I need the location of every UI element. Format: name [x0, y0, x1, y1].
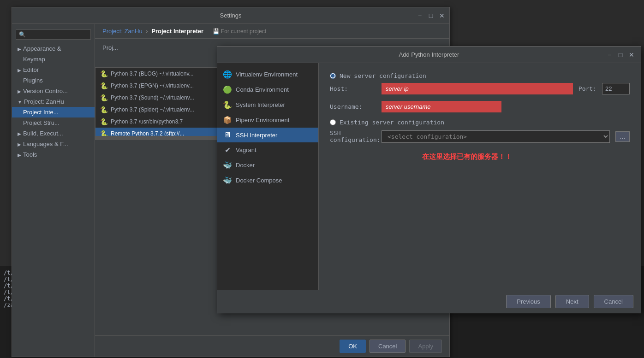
radio-new-server[interactable] [330, 73, 336, 79]
menu-item-label: Docker [236, 162, 255, 169]
sidebar-item-languages[interactable]: ▶Languages & F... [12, 139, 95, 149]
ssh-icon: 🖥 [223, 131, 232, 139]
dialog-minimize-button[interactable]: − [606, 51, 613, 59]
dialog-maximize-button[interactable]: □ [617, 51, 624, 59]
sidebar-item-project-interpreter[interactable]: Project Inte... [12, 107, 95, 117]
python-icon: 🐍 [100, 82, 108, 89]
ssh-config-label: SSH configuration: [330, 129, 376, 143]
sidebar-item-vcs[interactable]: ▶Version Contro... [12, 86, 95, 96]
radio-new-label: New server configuration [340, 72, 426, 79]
add-interpreter-dialog: Add Python Interpreter − □ ✕ 🌐 Virtualen… [217, 46, 641, 313]
menu-item-pipenv[interactable]: 📦 Pipenv Environment [217, 112, 318, 128]
radio-new-server-row: New server configuration [330, 72, 630, 79]
python-icon: 🐍 [100, 118, 108, 125]
host-row: Host: Port: [330, 83, 630, 94]
interpreter-dropdown[interactable]: 🐍 Python 3.7 (BLOG) ~/.virtualenv... 🐍 P… [95, 67, 229, 140]
annotation-text: 在这里选择已有的服务器！！ [422, 153, 630, 161]
sidebar-item-build[interactable]: ▶Build, Execut... [12, 128, 95, 139]
conda-icon: 🟢 [223, 85, 232, 94]
sidebar-item-keymap[interactable]: Keymap [12, 54, 95, 65]
settings-titlebar: Settings − □ ✕ [12, 7, 449, 24]
menu-item-docker-compose[interactable]: 🐳 Docker Compose [217, 173, 318, 188]
expand-icon: ▶ [18, 142, 21, 147]
ssh-browse-button[interactable]: … [615, 131, 630, 142]
menu-item-conda[interactable]: 🟢 Conda Environment [217, 82, 318, 97]
horizontal-scrollbar[interactable] [95, 136, 228, 140]
docker-compose-icon: 🐳 [223, 176, 232, 185]
expand-icon: ▶ [18, 89, 21, 94]
sidebar-item-editor[interactable]: ▶Editor [12, 65, 95, 75]
system-icon: 🐍 [223, 100, 232, 109]
menu-item-vagrant[interactable]: ✔ Vagrant [217, 142, 318, 158]
port-input[interactable] [602, 83, 630, 94]
menu-item-label: System Interpreter [236, 101, 285, 108]
dialog-left-menu: 🌐 Virtualenv Environment 🟢 Conda Environ… [217, 63, 319, 290]
dialog-footer: Previous Next Cancel [217, 290, 641, 313]
menu-item-virtualenv[interactable]: 🌐 Virtualenv Environment [217, 67, 318, 82]
settings-search-input[interactable] [16, 29, 91, 40]
interpreter-label: Proj... [102, 44, 118, 51]
apply-button[interactable]: Apply [409, 340, 442, 353]
dropdown-item-sound[interactable]: 🐍 Python 3.7 (Sound) ~/.virtualenv... [95, 92, 228, 104]
maximize-button[interactable]: □ [427, 12, 435, 19]
dialog-title: Add Python Interpreter [399, 51, 459, 58]
dropdown-item-epgn[interactable]: 🐍 Python 3.7 (EPGN) ~/.virtualenv... [95, 80, 228, 92]
port-label: Port: [578, 85, 596, 92]
ok-button[interactable]: OK [340, 340, 366, 353]
menu-item-system[interactable]: 🐍 System Interpreter [217, 97, 318, 112]
username-row: Username: [330, 101, 630, 112]
settings-breadcrumb: Project: ZanHu › Project Interpreter 💾 F… [95, 24, 449, 39]
breadcrumb-note: 💾 For current project [213, 28, 266, 35]
next-button[interactable]: Next [555, 295, 589, 308]
radio-existing-label: Existing server configuration [340, 119, 444, 126]
cancel-button[interactable]: Cancel [370, 340, 405, 353]
expand-icon: ▶ [18, 68, 21, 73]
dialog-config-panel: New server configuration Host: Port: Use… [319, 63, 641, 290]
python-icon: 🐍 [100, 70, 108, 77]
menu-item-label: SSH Interpreter [236, 132, 277, 139]
menu-item-label: Conda Environment [236, 86, 289, 93]
docker-icon: 🐳 [223, 161, 232, 170]
expand-icon: ▶ [18, 131, 21, 136]
sidebar-item-tools[interactable]: ▶Tools [12, 149, 95, 160]
settings-title: Settings [220, 12, 242, 19]
sidebar-item-project-structure[interactable]: Project Stru... [12, 117, 95, 128]
python-icon: 🐍 [100, 94, 108, 101]
settings-sidebar: ▶Appearance & Keymap ▶Editor Plugins ▶Ve… [12, 24, 95, 357]
breadcrumb-current: Project Interpreter [151, 28, 203, 35]
menu-item-label: Virtualenv Environment [236, 71, 298, 78]
menu-item-label: Docker Compose [236, 177, 282, 184]
window-controls: − □ ✕ [416, 12, 446, 19]
minimize-button[interactable]: − [416, 12, 423, 19]
dialog-cancel-button[interactable]: Cancel [594, 295, 633, 308]
close-button[interactable]: ✕ [438, 12, 446, 19]
breadcrumb-separator: › [146, 28, 148, 35]
sidebar-item-project[interactable]: ▼Project: ZanHu [12, 96, 95, 107]
expand-icon: ▶ [18, 153, 21, 158]
dropdown-item-blog[interactable]: 🐍 Python 3.7 (BLOG) ~/.virtualenv... [95, 68, 228, 80]
username-input[interactable] [382, 101, 501, 112]
menu-item-docker[interactable]: 🐳 Docker [217, 158, 318, 173]
previous-button[interactable]: Previous [506, 295, 551, 308]
expand-icon: ▶ [18, 47, 21, 52]
menu-item-label: Vagrant [236, 147, 256, 153]
radio-group: New server configuration Host: Port: Use… [330, 72, 630, 143]
menu-item-label: Pipenv Environment [236, 117, 289, 123]
dialog-close-button[interactable]: ✕ [628, 51, 635, 59]
ssh-config-select[interactable]: <select configuration> [382, 130, 610, 143]
python-icon: 🐍 [100, 106, 108, 113]
dropdown-item-spider[interactable]: 🐍 Python 3.7 (Spider) ~/.virtualenv... [95, 104, 228, 116]
dialog-controls: − □ ✕ [606, 51, 635, 59]
breadcrumb-project[interactable]: Project: ZanHu [102, 28, 143, 35]
dialog-body: 🌐 Virtualenv Environment 🟢 Conda Environ… [217, 63, 641, 290]
sidebar-item-appearance[interactable]: ▶Appearance & [12, 43, 95, 54]
radio-existing-server[interactable] [330, 119, 336, 125]
sidebar-item-plugins[interactable]: Plugins [12, 75, 95, 86]
host-input[interactable] [382, 83, 573, 94]
ssh-config-row: SSH configuration: <select configuration… [330, 129, 630, 143]
menu-item-ssh[interactable]: 🖥 SSH Interpreter [217, 128, 318, 142]
dropdown-item-usr[interactable]: 🐍 Python 3.7 /usr/bin/python3.7 [95, 116, 228, 128]
settings-footer: OK Cancel Apply [95, 335, 449, 357]
dialog-titlebar: Add Python Interpreter − □ ✕ [217, 47, 641, 63]
host-label: Host: [330, 85, 376, 92]
